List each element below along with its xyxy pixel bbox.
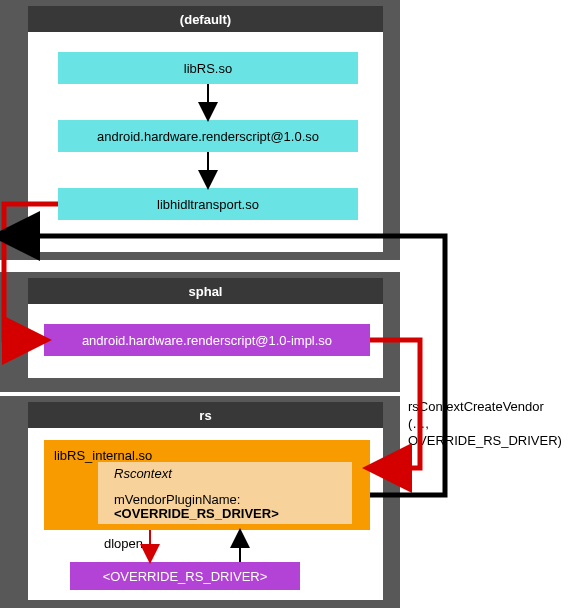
node-hidl: libhidltransport.so — [58, 188, 358, 220]
label-call: rsContextCreateVendor(…, OVERRIDE_RS_DRI… — [408, 398, 586, 449]
rscontext-title: Rscontext — [114, 466, 172, 481]
node-libRSint-label: libRS_internal.so — [54, 448, 152, 463]
node-hwrs-label: android.hardware.renderscript@1.0.so — [97, 129, 319, 144]
header-rs: rs — [28, 402, 383, 428]
header-rs-label: rs — [199, 408, 211, 423]
node-impl-label: android.hardware.renderscript@1.0-impl.s… — [82, 333, 332, 348]
node-hwrs: android.hardware.renderscript@1.0.so — [58, 120, 358, 152]
node-impl: android.hardware.renderscript@1.0-impl.s… — [44, 324, 370, 356]
node-libRS: libRS.so — [58, 52, 358, 84]
label-dlopen: dlopen — [104, 536, 143, 551]
header-default: (default) — [28, 6, 383, 32]
rscontext-field: mVendorPluginName: — [114, 492, 240, 507]
header-sphal-label: sphal — [189, 284, 223, 299]
header-sphal: sphal — [28, 278, 383, 304]
node-hidl-label: libhidltransport.so — [157, 197, 259, 212]
node-orsd: <OVERRIDE_RS_DRIVER> — [70, 562, 300, 590]
rscontext-value: <OVERRIDE_RS_DRIVER> — [114, 506, 279, 521]
node-libRS-label: libRS.so — [184, 61, 232, 76]
node-rscontext: Rscontext mVendorPluginName: <OVERRIDE_R… — [98, 462, 352, 524]
node-orsd-label: <OVERRIDE_RS_DRIVER> — [103, 569, 268, 584]
header-default-label: (default) — [180, 12, 231, 27]
